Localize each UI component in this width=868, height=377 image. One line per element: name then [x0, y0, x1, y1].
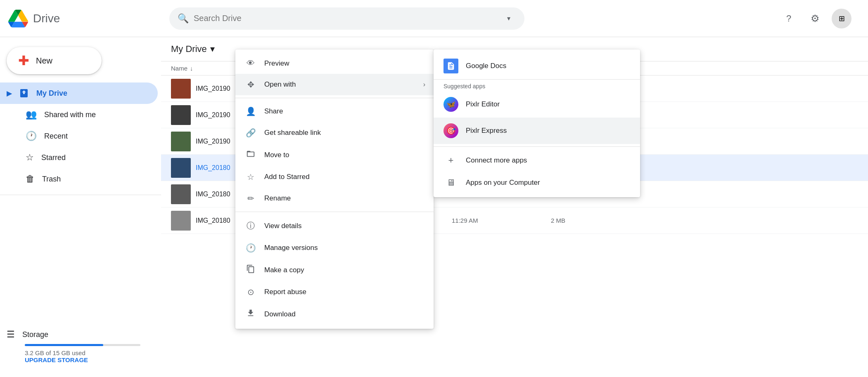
menu-divider — [235, 98, 434, 98]
menu-item-download-label: Download — [264, 310, 296, 318]
report-icon: ⊙ — [245, 287, 256, 297]
file-name: IMG_20180 — [196, 191, 230, 198]
google-docs-label: Google Docs — [466, 62, 506, 70]
sidebar-item-my-drive[interactable]: ▶ My Drive — [0, 82, 158, 104]
pixlr-express-icon: 🎯 — [443, 123, 458, 138]
new-button[interactable]: ✚ New — [7, 47, 102, 74]
file-thumbnail — [171, 211, 191, 231]
menu-item-manage-versions[interactable]: 🕐 Manage versions — [235, 237, 434, 259]
menu-item-get-link[interactable]: 🔗 Get shareable link — [235, 122, 434, 144]
menu-item-rename-label: Rename — [264, 194, 291, 203]
menu-item-report-abuse-label: Report abuse — [264, 288, 306, 296]
share-icon: 👤 — [245, 106, 256, 116]
file-name: IMG_20190 — [196, 111, 230, 119]
rename-icon: ✏ — [245, 193, 256, 203]
open-with-submenu: Google Docs Suggested apps 🦋 Pixlr Edito… — [434, 49, 640, 197]
preview-icon: 👁 — [245, 59, 256, 68]
search-input[interactable] — [194, 14, 496, 23]
apps-computer-label: Apps on your Computer — [466, 179, 540, 187]
menu-item-add-starred-label: Add to Starred — [264, 173, 310, 181]
menu-divider-2 — [235, 212, 434, 212]
recent-icon: 🕐 — [26, 131, 37, 141]
sidebar-item-label-shared: Shared with me — [44, 111, 96, 119]
menu-item-rename[interactable]: ✏ Rename — [235, 188, 434, 209]
file-name: IMG_20190 — [196, 85, 230, 92]
open-with-icon: ✥ — [245, 80, 256, 90]
column-name-label: Name — [171, 65, 187, 72]
storage-bar-fill — [25, 344, 103, 346]
menu-item-share[interactable]: 👤 Share — [235, 101, 434, 122]
storage-bar-track — [25, 344, 140, 346]
starred-icon: ☆ — [26, 152, 34, 163]
submenu-connect-more-apps[interactable]: + Connect more apps — [434, 149, 640, 172]
shared-icon: 👥 — [26, 109, 37, 120]
settings-icon: ⚙ — [811, 13, 820, 24]
sidebar-divider — [0, 195, 161, 195]
suggested-apps-label: Suggested apps — [434, 80, 640, 91]
new-plus-icon: ✚ — [18, 53, 29, 68]
sidebar-item-label-trash: Trash — [42, 175, 61, 184]
storage-label: ☰ Storage — [7, 329, 154, 340]
upgrade-storage-link[interactable]: UPGRADE STORAGE — [25, 356, 88, 363]
link-icon: 🔗 — [245, 128, 256, 138]
file-name: IMG_20190 — [196, 138, 230, 145]
file-size: 2 MB — [551, 217, 600, 224]
sidebar: ✚ New ▶ My Drive 👥 Shared with me 🕐 Rece… — [0, 37, 161, 377]
submenu-pixlr-express[interactable]: 🎯 Pixlr Express — [434, 118, 640, 144]
menu-item-manage-versions-label: Manage versions — [264, 244, 318, 252]
connect-apps-icon: + — [443, 155, 458, 166]
menu-item-download[interactable]: Download — [235, 303, 434, 325]
sidebar-item-starred[interactable]: ☆ Starred — [0, 147, 158, 168]
sidebar-item-label-starred: Starred — [41, 153, 66, 162]
sidebar-item-recent[interactable]: 🕐 Recent — [0, 125, 158, 147]
grid-icon: ⊞ — [839, 14, 845, 23]
copy-icon — [245, 264, 256, 276]
search-icon: 🔍 — [178, 13, 189, 24]
help-icon: ? — [786, 13, 791, 24]
star-icon: ☆ — [245, 172, 256, 182]
file-modified: 11:29 AM — [452, 217, 551, 224]
file-name: IMG_20180 — [196, 217, 230, 224]
file-thumbnail — [171, 132, 191, 151]
storage-used-text: 3.2 GB of 15 GB used — [25, 349, 154, 356]
menu-item-report-abuse[interactable]: ⊙ Report abuse — [235, 281, 434, 303]
storage-label-text: Storage — [22, 330, 48, 339]
sidebar-item-label-recent: Recent — [44, 132, 68, 141]
menu-item-make-copy-label: Make a copy — [264, 266, 304, 274]
file-thumbnail — [171, 158, 191, 178]
pixlr-editor-icon: 🦋 — [443, 97, 458, 112]
sidebar-item-shared[interactable]: 👥 Shared with me — [0, 104, 158, 125]
menu-item-move-to-label: Move to — [264, 151, 289, 159]
header: Drive 🔍 ▾ ? ⚙ ⊞ — [0, 0, 868, 37]
menu-item-get-link-label: Get shareable link — [264, 129, 321, 137]
menu-item-open-with[interactable]: ✥ Open with › — [235, 74, 434, 95]
my-drive-breadcrumb[interactable]: My Drive ▾ — [171, 44, 215, 54]
google-docs-icon — [443, 59, 458, 73]
search-dropdown-arrow[interactable]: ▾ — [501, 11, 516, 26]
my-drive-title-text: My Drive — [171, 44, 207, 54]
my-drive-expand-icon: ▶ — [7, 90, 12, 97]
sidebar-item-trash[interactable]: 🗑 Trash — [0, 168, 158, 190]
app-title: Drive — [33, 12, 60, 25]
submenu-pixlr-editor[interactable]: 🦋 Pixlr Editor — [434, 91, 640, 118]
computer-icon: 🖥 — [443, 177, 458, 188]
help-button[interactable]: ? — [779, 9, 799, 28]
submenu-apps-on-computer[interactable]: 🖥 Apps on your Computer — [434, 172, 640, 194]
search-bar[interactable]: 🔍 ▾ — [169, 7, 524, 30]
grid-view-button[interactable]: ⊞ — [832, 9, 851, 28]
pixlr-express-label: Pixlr Express — [466, 127, 507, 135]
settings-button[interactable]: ⚙ — [805, 9, 825, 28]
menu-item-make-copy[interactable]: Make a copy — [235, 259, 434, 281]
submenu-google-docs-item[interactable]: Google Docs — [434, 53, 640, 80]
menu-item-add-starred[interactable]: ☆ Add to Starred — [235, 166, 434, 188]
menu-item-preview-label: Preview — [264, 59, 289, 68]
storage-icon: ☰ — [7, 329, 15, 340]
menu-item-preview[interactable]: 👁 Preview — [235, 53, 434, 74]
menu-item-move-to[interactable]: Move to — [235, 144, 434, 166]
submenu-arrow-icon: › — [423, 81, 425, 88]
info-icon: ⓘ — [245, 220, 256, 231]
connect-apps-label: Connect more apps — [466, 156, 527, 165]
menu-item-view-details[interactable]: ⓘ View details — [235, 214, 434, 237]
storage-section: ☰ Storage 3.2 GB of 15 GB used UPGRADE S… — [0, 324, 161, 369]
download-icon — [245, 309, 256, 320]
